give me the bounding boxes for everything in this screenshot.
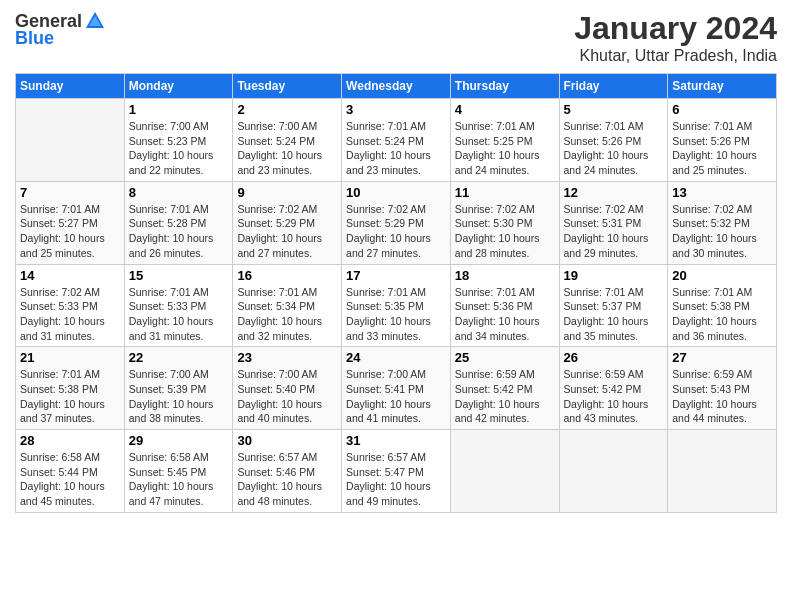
day-header-tuesday: Tuesday	[233, 74, 342, 99]
day-info: Sunrise: 7:02 AMSunset: 5:30 PMDaylight:…	[455, 202, 555, 261]
calendar-cell: 3Sunrise: 7:01 AMSunset: 5:24 PMDaylight…	[342, 99, 451, 182]
calendar-cell: 20Sunrise: 7:01 AMSunset: 5:38 PMDayligh…	[668, 264, 777, 347]
day-number: 9	[237, 185, 337, 200]
week-row-4: 28Sunrise: 6:58 AMSunset: 5:44 PMDayligh…	[16, 430, 777, 513]
day-info: Sunrise: 7:01 AMSunset: 5:26 PMDaylight:…	[564, 119, 664, 178]
calendar-cell: 25Sunrise: 6:59 AMSunset: 5:42 PMDayligh…	[450, 347, 559, 430]
day-number: 1	[129, 102, 229, 117]
day-info: Sunrise: 7:01 AMSunset: 5:26 PMDaylight:…	[672, 119, 772, 178]
day-number: 5	[564, 102, 664, 117]
day-info: Sunrise: 7:00 AMSunset: 5:24 PMDaylight:…	[237, 119, 337, 178]
day-number: 15	[129, 268, 229, 283]
day-header-friday: Friday	[559, 74, 668, 99]
day-number: 18	[455, 268, 555, 283]
day-header-monday: Monday	[124, 74, 233, 99]
day-info: Sunrise: 7:01 AMSunset: 5:35 PMDaylight:…	[346, 285, 446, 344]
day-header-thursday: Thursday	[450, 74, 559, 99]
day-number: 3	[346, 102, 446, 117]
week-row-1: 7Sunrise: 7:01 AMSunset: 5:27 PMDaylight…	[16, 181, 777, 264]
day-number: 24	[346, 350, 446, 365]
day-info: Sunrise: 7:02 AMSunset: 5:29 PMDaylight:…	[237, 202, 337, 261]
day-info: Sunrise: 7:01 AMSunset: 5:33 PMDaylight:…	[129, 285, 229, 344]
day-number: 13	[672, 185, 772, 200]
calendar-cell: 9Sunrise: 7:02 AMSunset: 5:29 PMDaylight…	[233, 181, 342, 264]
header: General Blue January 2024 Khutar, Uttar …	[15, 10, 777, 65]
day-number: 20	[672, 268, 772, 283]
day-number: 10	[346, 185, 446, 200]
day-number: 14	[20, 268, 120, 283]
day-info: Sunrise: 6:58 AMSunset: 5:45 PMDaylight:…	[129, 450, 229, 509]
day-info: Sunrise: 6:59 AMSunset: 5:42 PMDaylight:…	[564, 367, 664, 426]
day-info: Sunrise: 7:01 AMSunset: 5:37 PMDaylight:…	[564, 285, 664, 344]
day-info: Sunrise: 7:02 AMSunset: 5:32 PMDaylight:…	[672, 202, 772, 261]
calendar-cell: 13Sunrise: 7:02 AMSunset: 5:32 PMDayligh…	[668, 181, 777, 264]
day-header-wednesday: Wednesday	[342, 74, 451, 99]
calendar-table: SundayMondayTuesdayWednesdayThursdayFrid…	[15, 73, 777, 513]
calendar-cell: 27Sunrise: 6:59 AMSunset: 5:43 PMDayligh…	[668, 347, 777, 430]
week-row-0: 1Sunrise: 7:00 AMSunset: 5:23 PMDaylight…	[16, 99, 777, 182]
calendar-cell: 14Sunrise: 7:02 AMSunset: 5:33 PMDayligh…	[16, 264, 125, 347]
day-info: Sunrise: 7:02 AMSunset: 5:33 PMDaylight:…	[20, 285, 120, 344]
day-info: Sunrise: 6:59 AMSunset: 5:43 PMDaylight:…	[672, 367, 772, 426]
calendar-cell: 5Sunrise: 7:01 AMSunset: 5:26 PMDaylight…	[559, 99, 668, 182]
day-info: Sunrise: 7:01 AMSunset: 5:34 PMDaylight:…	[237, 285, 337, 344]
day-info: Sunrise: 6:59 AMSunset: 5:42 PMDaylight:…	[455, 367, 555, 426]
day-number: 19	[564, 268, 664, 283]
day-info: Sunrise: 6:57 AMSunset: 5:46 PMDaylight:…	[237, 450, 337, 509]
calendar-cell: 18Sunrise: 7:01 AMSunset: 5:36 PMDayligh…	[450, 264, 559, 347]
subtitle: Khutar, Uttar Pradesh, India	[574, 47, 777, 65]
calendar-cell: 22Sunrise: 7:00 AMSunset: 5:39 PMDayligh…	[124, 347, 233, 430]
week-row-2: 14Sunrise: 7:02 AMSunset: 5:33 PMDayligh…	[16, 264, 777, 347]
day-number: 31	[346, 433, 446, 448]
day-info: Sunrise: 7:00 AMSunset: 5:41 PMDaylight:…	[346, 367, 446, 426]
title-block: January 2024 Khutar, Uttar Pradesh, Indi…	[574, 10, 777, 65]
week-row-3: 21Sunrise: 7:01 AMSunset: 5:38 PMDayligh…	[16, 347, 777, 430]
calendar-cell: 17Sunrise: 7:01 AMSunset: 5:35 PMDayligh…	[342, 264, 451, 347]
calendar-cell	[450, 430, 559, 513]
calendar-cell: 4Sunrise: 7:01 AMSunset: 5:25 PMDaylight…	[450, 99, 559, 182]
day-number: 29	[129, 433, 229, 448]
calendar-cell: 15Sunrise: 7:01 AMSunset: 5:33 PMDayligh…	[124, 264, 233, 347]
day-number: 2	[237, 102, 337, 117]
logo-blue: Blue	[15, 28, 54, 49]
day-info: Sunrise: 7:01 AMSunset: 5:25 PMDaylight:…	[455, 119, 555, 178]
calendar-cell: 1Sunrise: 7:00 AMSunset: 5:23 PMDaylight…	[124, 99, 233, 182]
day-info: Sunrise: 6:57 AMSunset: 5:47 PMDaylight:…	[346, 450, 446, 509]
day-number: 7	[20, 185, 120, 200]
day-info: Sunrise: 7:01 AMSunset: 5:38 PMDaylight:…	[672, 285, 772, 344]
day-number: 28	[20, 433, 120, 448]
day-number: 26	[564, 350, 664, 365]
day-header-sunday: Sunday	[16, 74, 125, 99]
day-info: Sunrise: 7:01 AMSunset: 5:36 PMDaylight:…	[455, 285, 555, 344]
day-number: 8	[129, 185, 229, 200]
logo-icon	[84, 10, 106, 32]
day-number: 4	[455, 102, 555, 117]
day-number: 27	[672, 350, 772, 365]
calendar-cell: 31Sunrise: 6:57 AMSunset: 5:47 PMDayligh…	[342, 430, 451, 513]
calendar-cell: 24Sunrise: 7:00 AMSunset: 5:41 PMDayligh…	[342, 347, 451, 430]
calendar-cell	[668, 430, 777, 513]
main-title: January 2024	[574, 10, 777, 47]
page-container: General Blue January 2024 Khutar, Uttar …	[0, 0, 792, 523]
calendar-cell: 28Sunrise: 6:58 AMSunset: 5:44 PMDayligh…	[16, 430, 125, 513]
day-info: Sunrise: 7:00 AMSunset: 5:23 PMDaylight:…	[129, 119, 229, 178]
day-number: 21	[20, 350, 120, 365]
day-info: Sunrise: 7:01 AMSunset: 5:38 PMDaylight:…	[20, 367, 120, 426]
calendar-cell: 2Sunrise: 7:00 AMSunset: 5:24 PMDaylight…	[233, 99, 342, 182]
day-info: Sunrise: 7:01 AMSunset: 5:27 PMDaylight:…	[20, 202, 120, 261]
day-number: 25	[455, 350, 555, 365]
calendar-cell: 11Sunrise: 7:02 AMSunset: 5:30 PMDayligh…	[450, 181, 559, 264]
day-info: Sunrise: 6:58 AMSunset: 5:44 PMDaylight:…	[20, 450, 120, 509]
logo: General Blue	[15, 10, 106, 49]
calendar-cell: 29Sunrise: 6:58 AMSunset: 5:45 PMDayligh…	[124, 430, 233, 513]
calendar-cell: 12Sunrise: 7:02 AMSunset: 5:31 PMDayligh…	[559, 181, 668, 264]
calendar-cell	[16, 99, 125, 182]
day-number: 30	[237, 433, 337, 448]
calendar-cell: 23Sunrise: 7:00 AMSunset: 5:40 PMDayligh…	[233, 347, 342, 430]
day-number: 17	[346, 268, 446, 283]
day-number: 22	[129, 350, 229, 365]
day-info: Sunrise: 7:01 AMSunset: 5:28 PMDaylight:…	[129, 202, 229, 261]
calendar-cell: 8Sunrise: 7:01 AMSunset: 5:28 PMDaylight…	[124, 181, 233, 264]
calendar-cell: 10Sunrise: 7:02 AMSunset: 5:29 PMDayligh…	[342, 181, 451, 264]
day-header-saturday: Saturday	[668, 74, 777, 99]
